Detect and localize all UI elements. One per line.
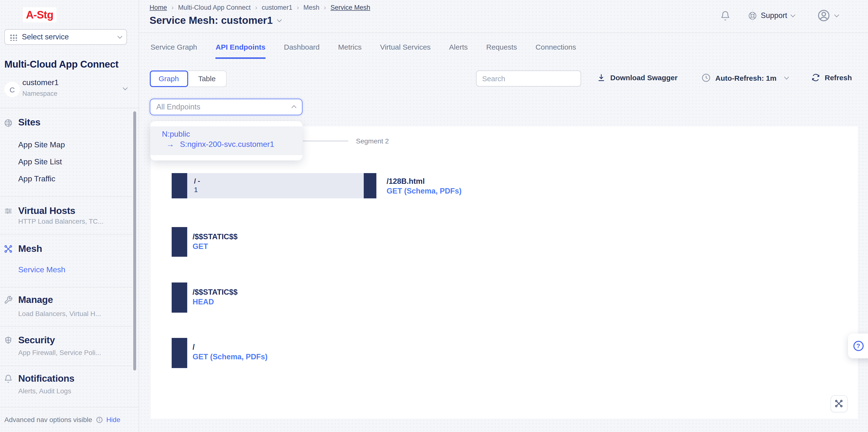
endpoint-bar[interactable] (172, 282, 187, 312)
divider (0, 108, 139, 108)
fit-view-button[interactable] (830, 395, 847, 412)
arrow-right-icon: → (166, 140, 174, 149)
refresh-icon (811, 73, 820, 82)
chevron-right-icon: › (255, 3, 257, 11)
breadcrumb-item[interactable]: Multi-Cloud App Connect (178, 4, 251, 11)
mesh-fit-icon (834, 399, 843, 408)
sidebar-section-mesh[interactable]: Mesh (18, 243, 42, 254)
tab-alerts[interactable]: Alerts (449, 43, 468, 59)
chevron-down-icon (790, 12, 795, 17)
endpoint-label[interactable]: / GET (Schema, PDFs) (192, 342, 268, 361)
namespace-avatar: C (4, 82, 20, 97)
endpoint-bar[interactable] (172, 338, 187, 368)
bell-icon (4, 374, 13, 383)
main-area: Home › Multi-Cloud App Connect › custome… (139, 0, 868, 432)
breadcrumb-item[interactable]: customer1 (261, 4, 292, 11)
sliders-icon (4, 207, 13, 215)
tab-service-graph[interactable]: Service Graph (151, 43, 197, 59)
chevron-down-icon (784, 74, 789, 80)
divider (0, 365, 132, 366)
info-icon[interactable] (96, 416, 103, 423)
endpoint-span-label: / - 1 (194, 177, 200, 194)
product-title: Multi-Cloud App Connect (4, 59, 118, 70)
select-service-dropdown[interactable]: Select service (4, 29, 127, 45)
chevron-right-icon: › (297, 3, 299, 11)
mesh-icon (4, 245, 13, 253)
divider (0, 234, 132, 235)
hide-nav-link[interactable]: Hide (106, 416, 120, 424)
header-divider (139, 32, 868, 33)
sidebar-section-manage[interactable]: Manage (18, 294, 53, 305)
sidebar-scrollbar[interactable] (133, 111, 136, 370)
api-endpoints-canvas: Segment 2 / - 1 /128B.html GET (Schema, … (151, 126, 858, 419)
sidebar-item-app-site-map[interactable]: App Site Map (18, 141, 65, 149)
avatar-icon (817, 9, 831, 22)
sidebar-section-virtual-hosts[interactable]: Virtual Hosts (18, 205, 75, 216)
account-menu[interactable] (817, 9, 838, 22)
sidebar-section-security[interactable]: Security (18, 335, 55, 346)
sidebar-footer: Advanced nav options visible Hide (4, 416, 120, 424)
endpoint-label[interactable]: /$$STATIC$$ GET (192, 232, 238, 251)
support-label: Support (761, 11, 787, 20)
endpoint-filter-select[interactable]: All Endpoints (150, 98, 302, 115)
search-input[interactable] (476, 70, 581, 86)
namespace-chevron-icon[interactable] (123, 85, 128, 90)
tab-bar: Service Graph API Endpoints Dashboard Me… (151, 43, 576, 59)
page-title-row: Service Mesh: customer1 (150, 14, 281, 26)
namespace-sublabel: Namespace (22, 90, 57, 97)
chevron-right-icon: › (324, 3, 326, 11)
sidebar-section-notifications[interactable]: Notifications (18, 373, 74, 384)
graph-view-button[interactable]: Graph (150, 70, 188, 87)
tab-requests[interactable]: Requests (486, 43, 517, 59)
endpoint-bar[interactable] (364, 173, 376, 198)
select-service-label: Select service (22, 33, 113, 41)
sidebar-item-app-traffic[interactable]: App Traffic (18, 175, 55, 183)
globe-icon (4, 119, 13, 127)
endpoint-bar[interactable] (172, 227, 187, 257)
refresh-button[interactable]: Refresh (811, 73, 852, 82)
breadcrumb: Home › Multi-Cloud App Connect › custome… (150, 4, 370, 11)
chevron-down-icon (118, 34, 122, 39)
download-swagger-button[interactable]: Download Swagger (597, 73, 678, 82)
sidebar-item-app-site-list[interactable]: App Site List (18, 157, 62, 166)
tab-metrics[interactable]: Metrics (338, 43, 362, 59)
divider (752, 9, 752, 22)
tab-connections[interactable]: Connections (536, 43, 576, 59)
sidebar-section-sites[interactable]: Sites (18, 117, 40, 128)
wrench-icon (4, 296, 13, 304)
clock-icon (701, 73, 711, 83)
endpoint-option[interactable]: N:public → S:nginx-200-svc.customer1 (150, 126, 303, 155)
divider (0, 287, 132, 287)
divider (0, 407, 139, 407)
chevron-down-icon (834, 12, 839, 17)
chevron-up-icon (291, 105, 296, 110)
notifications-bell-icon[interactable] (720, 10, 730, 21)
breadcrumb-item[interactable]: Mesh (304, 4, 319, 11)
sidebar-section-subtitle: HTTP Load Balancers, TC... (18, 217, 103, 225)
segment-label: Segment 2 (356, 137, 389, 145)
sidebar: A-Stg Select service Multi-Cloud App Con… (0, 0, 139, 432)
endpoint-span-bar[interactable] (187, 173, 364, 198)
endpoint-option-namespace: N:public (162, 130, 190, 138)
topbar-actions: Support (720, 7, 838, 24)
auto-refresh-dropdown[interactable]: Auto-Refresh: 1m (701, 73, 788, 83)
page-title: Service Mesh: customer1 (150, 14, 273, 26)
help-button[interactable]: ? (848, 334, 868, 358)
tab-api-endpoints[interactable]: API Endpoints (216, 43, 266, 59)
endpoint-label[interactable]: /$$STATIC$$ HEAD (192, 287, 238, 306)
tab-dashboard[interactable]: Dashboard (284, 43, 320, 59)
namespace-name: customer1 (22, 78, 59, 87)
endpoint-label[interactable]: /128B.html GET (Schema, PDFs) (386, 177, 462, 195)
divider (0, 196, 132, 197)
breadcrumb-current[interactable]: Service Mesh (331, 4, 370, 11)
endpoint-bar[interactable] (172, 173, 187, 198)
sidebar-section-subtitle: Alerts, Audit Logs (18, 387, 71, 395)
auto-refresh-label: Auto-Refresh: 1m (715, 74, 777, 82)
table-view-button[interactable]: Table (188, 70, 226, 87)
app-viewport: A-Stg Select service Multi-Cloud App Con… (0, 0, 868, 432)
tab-virtual-services[interactable]: Virtual Services (380, 43, 431, 59)
sidebar-item-service-mesh[interactable]: Service Mesh (18, 266, 65, 274)
title-chevron-icon[interactable] (277, 17, 282, 22)
support-menu[interactable]: Support (748, 11, 795, 20)
breadcrumb-home[interactable]: Home (150, 4, 167, 11)
